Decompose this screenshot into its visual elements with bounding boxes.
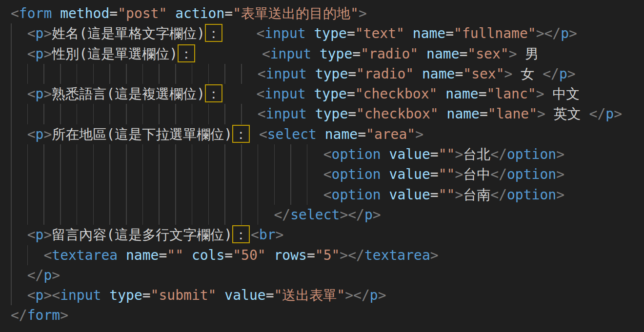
code-token-text [101, 287, 109, 303]
code-token-attribute-name: cols [192, 247, 224, 263]
code-token-text [183, 247, 192, 263]
code-token-text [306, 25, 314, 41]
code-token-string: "表單送出的目的地" [233, 5, 359, 21]
code-token-text: = [479, 86, 487, 102]
code-token-string: "sex" [463, 66, 504, 82]
code-token-punctuation: > [415, 126, 423, 142]
code-token-punctuation: < [323, 146, 332, 162]
code-token-punctuation: > [556, 166, 564, 182]
code-token-punctuation: > [373, 207, 381, 223]
code-token-string: "" [439, 166, 455, 182]
code-line: <option value="">台北</option> [11, 144, 644, 164]
code-token-punctuation: < [256, 86, 264, 102]
code-line: </form> [11, 305, 644, 325]
code-token-text: 英文 [545, 106, 589, 122]
code-token-attribute-name: type [315, 106, 348, 122]
code-token-punctuation: </ [544, 25, 561, 41]
code-token-punctuation: </ [274, 207, 291, 223]
code-token-text [118, 247, 126, 263]
code-line: <p>留言內容(這是多行文字欄位)：<br> [11, 225, 644, 245]
code-token-text: = [348, 66, 356, 82]
code-token-punctuation: > [569, 25, 577, 41]
code-token-tag-name: input [264, 86, 305, 102]
code-token-text: = [347, 86, 355, 102]
code-token-string: "checkbox" [356, 106, 439, 122]
code-line: <input type="checkbox" name="lane"> 英文 <… [11, 104, 644, 124]
code-line: <p>熟悉語言(這是複選欄位)： <input type="checkbox" … [11, 84, 644, 104]
code-token-string: "50" [233, 247, 265, 263]
code-token-text [167, 5, 175, 21]
code-line: <option value="">台南</option> [11, 185, 644, 205]
code-token-attribute-name: type [314, 86, 346, 102]
code-line: <p>所在地區(這是下拉選單欄位)： <select name="area"> [11, 124, 644, 144]
code-token-tag-name: p [36, 227, 44, 243]
code-token-punctuation: > [43, 227, 52, 243]
code-token-attribute-name: name [447, 106, 480, 122]
code-token-tag-name: select [267, 126, 317, 142]
code-token-punctuation: > [43, 86, 52, 102]
code-token-string: "lane" [488, 106, 537, 122]
code-token-punctuation: > [52, 267, 60, 283]
code-token-attribute-name: name [126, 247, 159, 263]
code-token-tag-name: p [605, 106, 614, 122]
code-token-text [223, 25, 256, 41]
code-token-text: 熟悉語言(這是複選欄位) [52, 86, 205, 102]
code-token-punctuation: < [27, 126, 36, 142]
code-token-attribute-name: type [320, 46, 352, 62]
code-line: <option value="">台中</option> [11, 164, 644, 184]
code-token-punctuation: < [251, 227, 259, 243]
code-token-text: 所在地區(這是下拉選單欄位) [52, 126, 232, 142]
code-token-punctuation: > [537, 106, 545, 122]
code-token-tag-name: p [36, 25, 44, 41]
code-line: <p>性別(這是單選欄位)： <input type="radio" name=… [11, 44, 644, 64]
code-token-tag-name: textarea [364, 247, 430, 263]
code-token-punctuation: > [340, 247, 348, 263]
code-token-attribute-name: name [413, 25, 445, 41]
code-token-attribute-name: type [109, 287, 142, 303]
code-token-tag-name: p [364, 207, 373, 223]
code-line: <p>姓名(這是單格文字欄位)： <input type="text" name… [11, 23, 644, 43]
code-token-text: = [358, 126, 366, 142]
code-token-punctuation: </ [543, 66, 559, 82]
code-token-tag-name: p [43, 267, 52, 283]
code-token-string: "" [167, 247, 183, 263]
unicode-highlight-colon: ： [178, 44, 195, 62]
code-token-text [307, 106, 315, 122]
code-token-text [404, 25, 413, 41]
code-token-text: 性別(這是單選欄位) [52, 46, 178, 62]
code-editor[interactable]: <form method="post" action="表單送出的目的地"><p… [0, 0, 644, 332]
code-token-text: = [460, 46, 468, 62]
code-token-punctuation: < [27, 86, 36, 102]
code-token-punctuation: > [455, 146, 463, 162]
code-token-attribute-name: method [60, 5, 109, 21]
code-token-attribute-name: value [389, 166, 430, 182]
code-token-attribute-name: action [175, 5, 224, 21]
unicode-highlight-colon: ： [205, 24, 222, 42]
code-line: </select></p> [11, 205, 644, 225]
code-token-attribute-name: name [445, 86, 478, 102]
code-token-string: "area" [366, 126, 415, 142]
code-token-text: = [224, 5, 233, 21]
code-line: <form method="post" action="表單送出的目的地"> [11, 3, 644, 23]
code-token-punctuation: < [323, 187, 332, 203]
code-token-tag-name: input [60, 287, 101, 303]
code-token-text [418, 46, 426, 62]
code-token-attribute-name: name [426, 46, 459, 62]
code-token-text [307, 66, 315, 82]
code-token-attribute-name: rows [274, 247, 306, 263]
code-token-punctuation: </ [348, 207, 364, 223]
code-token-punctuation: < [27, 46, 36, 62]
code-token-text [223, 86, 256, 102]
code-line: </p> [11, 265, 644, 285]
code-token-text [251, 126, 259, 142]
code-token-attribute-name: value [389, 187, 430, 203]
code-token-text [317, 126, 325, 142]
code-token-punctuation: < [52, 287, 60, 303]
code-token-string: "checkbox" [355, 86, 438, 102]
code-line: <textarea name="" cols="50" rows="5"></t… [11, 245, 644, 265]
code-token-punctuation: </ [490, 187, 507, 203]
code-token-punctuation: > [43, 126, 52, 142]
code-token-punctuation: </ [490, 166, 507, 182]
code-token-text: = [430, 166, 439, 182]
code-token-text [216, 287, 224, 303]
